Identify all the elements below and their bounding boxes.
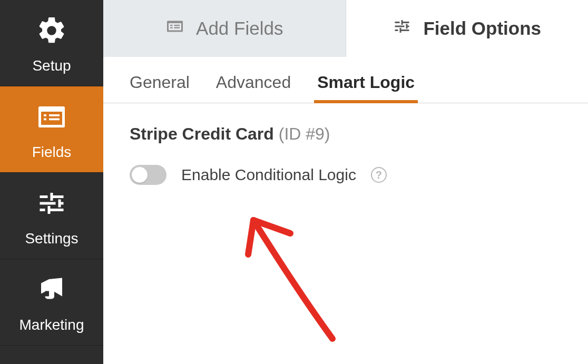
sidebar-item-setup[interactable]: Setup	[0, 0, 103, 86]
conditional-logic-label: Enable Conditional Logic	[181, 166, 356, 184]
sidebar-item-marketing[interactable]: Marketing	[0, 259, 103, 346]
tab-add-fields[interactable]: Add Fields	[103, 0, 346, 57]
sub-tab-smart-logic[interactable]: Smart Logic	[317, 73, 415, 103]
sidebar-item-settings[interactable]: Settings	[0, 173, 103, 259]
field-id: (ID #9)	[279, 124, 330, 143]
tab-label: Field Options	[423, 18, 541, 39]
sliders-icon	[393, 17, 411, 40]
builder-sidebar: Setup Fields Settings Marketing	[0, 0, 103, 364]
form-fields-icon	[165, 17, 184, 40]
main-column: Add Fields Field Options General Advance…	[103, 0, 588, 364]
field-options-sub-tabs: General Advanced Smart Logic	[103, 57, 588, 103]
list-card-icon	[36, 101, 67, 136]
builder-top-tabs: Add Fields Field Options	[103, 0, 588, 57]
tab-field-options[interactable]: Field Options	[346, 0, 589, 57]
field-title: Stripe Credit Card (ID #9)	[130, 124, 562, 144]
conditional-logic-row: Enable Conditional Logic ?	[130, 165, 562, 185]
sliders-icon	[36, 188, 67, 223]
field-name: Stripe Credit Card	[130, 124, 274, 143]
tab-label: Add Fields	[196, 18, 283, 39]
sidebar-item-fields[interactable]: Fields	[0, 86, 103, 173]
sidebar-item-label: Setup	[32, 57, 71, 74]
sidebar-item-label: Marketing	[19, 317, 84, 333]
sub-tab-general[interactable]: General	[130, 73, 190, 103]
sidebar-item-label: Fields	[32, 144, 72, 161]
gear-icon	[36, 15, 67, 50]
conditional-logic-toggle[interactable]	[130, 165, 166, 185]
help-icon[interactable]: ?	[371, 167, 387, 183]
sidebar-item-label: Settings	[25, 230, 78, 247]
bullhorn-icon	[36, 274, 67, 309]
smart-logic-panel: Stripe Credit Card (ID #9) Enable Condit…	[103, 103, 588, 364]
sub-tab-advanced[interactable]: Advanced	[216, 73, 291, 103]
